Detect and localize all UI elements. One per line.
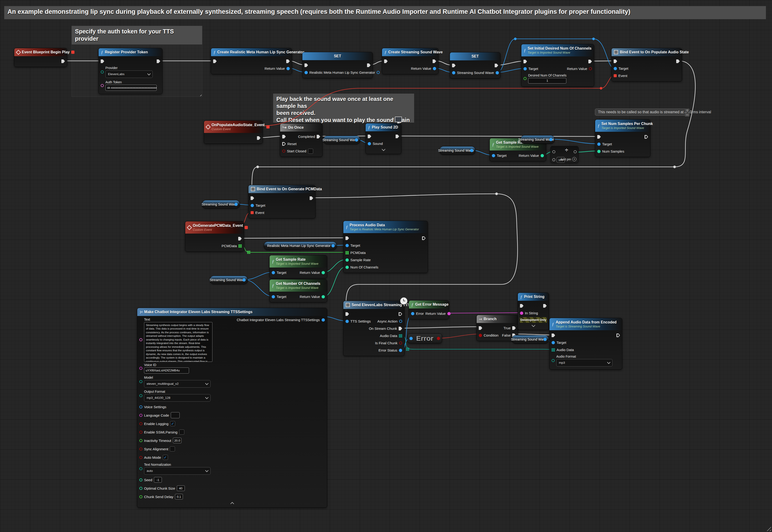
target-pin[interactable]	[524, 67, 527, 70]
number-field[interactable]: 40	[177, 485, 185, 491]
start-closed-pin[interactable]	[282, 150, 285, 153]
exec-pin[interactable]	[479, 326, 482, 330]
target-pin[interactable]	[272, 295, 275, 298]
add-pin-icon[interactable]: +	[572, 157, 577, 161]
realistic-meta-human-lip-sync-generator-out-pin[interactable]	[331, 244, 335, 247]
return-value-pin[interactable]	[321, 295, 325, 298]
out-pin[interactable]	[396, 135, 399, 138]
out-pin[interactable]	[543, 304, 547, 308]
optimal-chunk-size-pin[interactable]	[139, 487, 142, 490]
target-pin[interactable]	[492, 154, 495, 157]
text-field[interactable]	[171, 412, 180, 418]
pcmdata-pin[interactable]	[345, 251, 349, 254]
comment-playback-header[interactable]: Play back the sound wave once at least o…	[273, 94, 414, 125]
reroute-node[interactable]	[600, 87, 602, 90]
text-pin[interactable]	[139, 338, 142, 341]
add-pin-button[interactable]: Add pin+	[560, 157, 577, 161]
node-error-compact[interactable]: Error	[408, 334, 442, 343]
auth-token-pin[interactable]	[101, 84, 104, 87]
node-set-num-samples-per-chunk-header[interactable]: ƒSet Num Samples Per ChunkTarget is Impo…	[595, 120, 650, 132]
comment-auth-token-header[interactable]: Specify the auth token for your TTS prov…	[72, 26, 202, 44]
reroute-node[interactable]	[673, 166, 676, 168]
node-play-sound-2d[interactable]: ƒPlay Sound 2DSound	[365, 123, 402, 154]
node-event-begin-play-header[interactable]: Event Blueprint Begin Play	[14, 48, 67, 56]
completed-pin[interactable]	[317, 135, 320, 139]
dropdown-elevenlabs[interactable]: ElevenLabs	[105, 70, 153, 78]
var-streaming-sound-wave[interactable]: Streaming Sound Wave	[521, 135, 555, 144]
delegate-output-pin[interactable]	[266, 125, 269, 128]
out-pin[interactable]	[645, 135, 648, 139]
number-field[interactable]: -1	[154, 477, 162, 483]
out-pin[interactable]	[399, 312, 402, 316]
node-make-chatbot-integrator-tts-settings-header[interactable]: ⟩=Make Chatbot Integrator Eleven Labs St…	[137, 308, 327, 316]
node-print-string[interactable]: ƒPrint StringIn StringDevelopment Only	[518, 293, 549, 330]
realistic-meta-human-lip-sync-generator-pin[interactable]	[304, 71, 308, 74]
node-branch-header[interactable]: ⤙Branch	[477, 315, 518, 323]
node-set-streaming-sound-wave[interactable]: SETStreaming Sound Wave	[450, 52, 501, 78]
model-pin[interactable]	[139, 380, 142, 383]
true-pin[interactable]	[512, 326, 516, 330]
var-streaming-sound-wave[interactable]: Streaming Sound Wave	[202, 200, 240, 209]
streaming-sound-wave-out-pin[interactable]	[543, 338, 547, 341]
dropdown-mp3[interactable]: mp3	[556, 359, 613, 367]
checkbox[interactable]	[308, 149, 313, 154]
checkbox[interactable]	[179, 429, 184, 435]
return-value-pin[interactable]	[589, 67, 592, 70]
language-code-pin[interactable]	[139, 414, 142, 417]
number-field[interactable]: 20.0	[173, 438, 181, 443]
return-value-pin[interactable]	[321, 271, 325, 274]
pcmdata-pin[interactable]	[238, 244, 242, 248]
checkbox-checked[interactable]: ✓	[163, 455, 168, 460]
node-set-initial-desired-num-of-channels-header[interactable]: ƒSet Initial Desired Num Of ChannelsTarg…	[521, 44, 594, 56]
out-pin[interactable]	[257, 136, 260, 140]
in-string-pin[interactable]	[520, 312, 523, 315]
result-pin[interactable]	[574, 150, 577, 153]
sample-rate-pin[interactable]	[345, 258, 349, 262]
node-event-begin-play[interactable]: Event Blueprint Begin Play	[14, 48, 67, 67]
checkbox-checked[interactable]: ✓	[170, 421, 175, 426]
streaming-sound-wave-out-pin[interactable]	[242, 278, 246, 282]
var-streaming-sound-wave[interactable]: Streaming Sound Wave	[440, 146, 476, 155]
reset-pin[interactable]	[282, 142, 286, 146]
exec-pin[interactable]	[368, 135, 371, 138]
enable-ssmlparsing-pin[interactable]	[139, 431, 142, 434]
node-send-elevenlabs-streaming-tts-request[interactable]: Send ElevenLabs Streaming TTS RequestTTS…	[343, 301, 405, 356]
reroute-node[interactable]	[247, 251, 250, 254]
audio-format-pin[interactable]	[552, 359, 555, 362]
number-field[interactable]: 0.1	[175, 494, 183, 499]
reroute-node[interactable]	[514, 38, 517, 40]
out-pin[interactable]	[157, 59, 160, 63]
on-stream-chunk-pin[interactable]	[399, 327, 402, 330]
node-branch[interactable]: ⤙BranchTrueConditionFalse	[477, 315, 518, 341]
exec-pin[interactable]	[101, 59, 104, 63]
reroute-node[interactable]	[256, 166, 259, 168]
operand-a-pin[interactable]	[552, 150, 555, 153]
reroute-node[interactable]	[592, 38, 595, 40]
out-pin[interactable]	[376, 71, 380, 74]
node-bind-event-on-generate-pcmdata-header[interactable]: Bind Event to On Generate PCMData	[248, 185, 315, 193]
node-set-streaming-sound-wave-header[interactable]: SET	[450, 52, 500, 60]
audio-data-pin[interactable]	[399, 334, 402, 338]
node-do-once[interactable]: ¹➔Do OnceCompletedResetStart Closed	[280, 123, 322, 157]
inactivity-timeout-pin[interactable]	[139, 439, 142, 442]
chatbot-integrator-eleven-labs-streaming-ttssettings-pin[interactable]	[321, 318, 325, 322]
node-on-populate-audio-state-event[interactable]: OnPopulateAudioState_EventCustom Event	[204, 121, 263, 144]
node-play-sound-2d-header[interactable]: ƒPlay Sound 2D	[365, 123, 401, 131]
node-get-number-of-channels-header[interactable]: ƒGet Number Of ChannelsTarget is Importe…	[269, 279, 327, 292]
target-pin[interactable]	[597, 143, 601, 146]
delegate-output-pin[interactable]	[71, 51, 74, 54]
out-pin[interactable]	[588, 60, 592, 63]
target-pin[interactable]	[345, 244, 349, 247]
collapse-chevron-icon[interactable]	[230, 502, 234, 506]
streaming-sound-wave-out-pin[interactable]	[234, 203, 238, 206]
provider-pin[interactable]	[101, 70, 104, 73]
operand-b-pin[interactable]	[552, 158, 555, 161]
graph-resize-handle[interactable]	[765, 525, 771, 531]
text-normalization-pin[interactable]	[139, 467, 142, 470]
node-process-audio-data-header[interactable]: ƒProcess Audio DataTarget is Realistic M…	[343, 221, 428, 233]
node-bind-event-on-generate-pcmdata[interactable]: Bind Event to On Generate PCMDataTargetE…	[248, 185, 315, 218]
node-make-chatbot-integrator-tts-settings[interactable]: ⟩=Make Chatbot Integrator Eleven Labs St…	[137, 308, 327, 508]
exec-pin[interactable]	[282, 135, 286, 139]
exec-pin[interactable]	[213, 59, 217, 63]
sound-pin[interactable]	[368, 142, 371, 145]
